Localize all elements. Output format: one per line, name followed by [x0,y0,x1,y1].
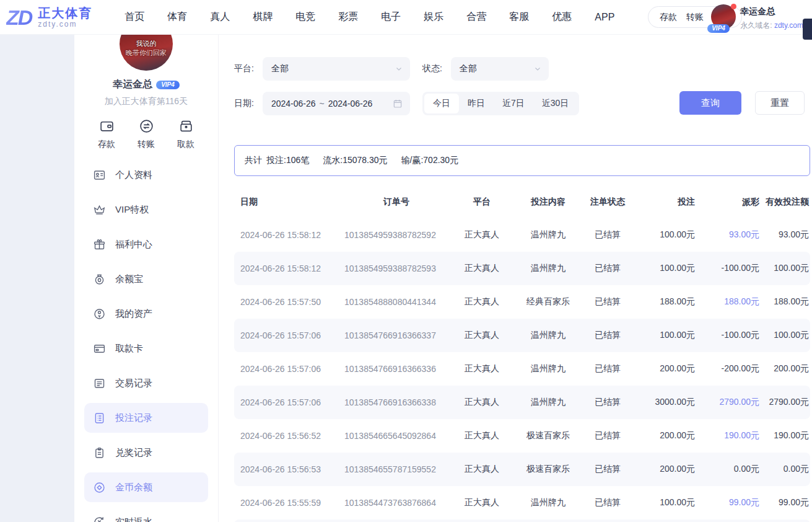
table-row[interactable]: 2024-06-26 15:57:06 1013854766916366338 … [234,386,810,419]
cell-bet: 200.00元 [634,352,695,386]
range-today[interactable]: 今日 [424,94,459,113]
nav-item-sports[interactable]: 体育 [167,11,187,24]
table-row[interactable]: 2024-06-26 15:58:12 1013854959388782593 … [234,252,810,285]
date-quick-ranges: 今日 昨日 近7日 近30日 [422,92,579,115]
domain-link[interactable]: zdty.com [774,21,803,30]
cell-payout: -200.00元 [695,352,759,386]
crown-icon [93,203,106,216]
table-row[interactable]: 2024-06-26 15:58:12 1013854959388782592 … [234,218,810,252]
calendar-icon [393,99,403,108]
cell-date: 2024-06-26 15:58:12 [234,252,344,285]
table-row[interactable]: 2024-06-26 15:56:52 1013854665645092864 … [234,419,810,453]
cell-content: 温州牌九 [515,319,581,352]
transfer-link[interactable]: 转账 [686,12,704,23]
cell-status: 已结算 [581,453,634,486]
withdraw-icon [178,118,194,136]
quick-action-withdraw[interactable]: 取款 [177,118,194,150]
cell-payout: 188.00元 [695,285,759,319]
nav-item-esports[interactable]: 电竞 [295,11,315,24]
cell-content: 温州牌九 [515,218,581,252]
permanent-domain: 永久域名: zdty.com [740,20,803,31]
cell-date: 2024-06-26 15:57:50 [234,285,344,319]
cell-content: 温州牌九 [515,386,581,419]
cell-date: 2024-06-26 15:58:12 [234,218,344,252]
profile-vip-badge[interactable]: VIP4 [156,81,180,89]
sidebar-item-assets[interactable]: 我的资产 [84,299,208,329]
cell-bet: 100.00元 [634,218,695,252]
cell-status: 已结算 [581,419,634,453]
table-row[interactable]: 2024-06-26 15:56:53 1013854655787159552 … [234,453,810,486]
sidebar-item-welfare[interactable]: 福利中心 [84,229,208,259]
main-nav: 首页 体育 真人 棋牌 电竞 彩票 电子 娱乐 合营 客服 优惠 APP [124,11,614,24]
sidebar-item-rebate[interactable]: 实时返水 [84,507,208,522]
status-select[interactable]: 全部 [451,57,549,81]
table-row[interactable]: 2024-06-26 15:55:59 1013854473763876864 … [234,486,810,520]
range-yesterday[interactable]: 昨日 [459,94,494,113]
brand-domain: zdty.com [38,20,92,29]
quick-action-deposit[interactable]: 存款 [98,118,115,150]
col-order: 订单号 [344,186,448,218]
coin-diamond-icon [93,481,106,494]
nav-item-service[interactable]: 客服 [509,11,529,24]
sidebar-item-profile[interactable]: 个人资料 [84,160,208,190]
cell-valid: 2790.00元 [759,386,810,419]
avatar-caption-1: 我说的 [136,39,157,48]
brand-logo-mark: ZD [6,7,33,28]
bank-card-icon [93,342,106,355]
nav-item-slots[interactable]: 电子 [381,11,401,24]
sidebar-item-redeem-records[interactable]: 兑奖记录 [84,438,208,467]
nav-item-board-games[interactable]: 棋牌 [253,11,273,24]
sidebar-item-transactions[interactable]: 交易记录 [84,368,208,398]
cell-valid: 100.00元 [759,319,810,352]
table-row[interactable]: 2024-06-26 15:57:06 1013854766916366336 … [234,352,810,386]
avatar[interactable]: VIP4 [711,4,736,29]
sidebar-item-coin-balance[interactable]: 金币余额 [84,472,208,502]
nav-item-promo[interactable]: 优惠 [552,11,572,24]
nav-item-home[interactable]: 首页 [124,11,144,24]
platform-select[interactable]: 全部 [263,57,410,81]
nav-item-live[interactable]: 真人 [210,11,230,24]
cell-platform: 正大真人 [448,218,515,252]
sidebar-item-yuebao[interactable]: 余额宝 [84,264,208,294]
sidebar-item-vip[interactable]: VIP特权 [84,195,208,224]
cell-bet: 200.00元 [634,453,695,486]
profile-card: 我说的 晚带你们回家 幸运金总 VIP4 加入正大体育第116天 存款 转账 [74,17,218,150]
summary-winloss: 输/赢:702.30元 [401,155,459,166]
sidebar-item-withdraw-card[interactable]: 取款卡 [84,334,208,363]
gift-icon [93,238,106,251]
transfer-icon [139,118,154,136]
cell-date: 2024-06-26 15:57:06 [234,319,344,352]
reset-button[interactable]: 重置 [755,91,805,115]
table-row[interactable]: 2024-06-26 15:57:06 1013854766916366337 … [234,319,810,352]
cell-date: 2024-06-26 15:56:52 [234,419,344,453]
nav-item-lottery[interactable]: 彩票 [338,11,358,24]
quick-action-transfer[interactable]: 转账 [138,118,155,150]
cell-order: 1013854888080441344 [344,285,448,319]
range-7days[interactable]: 近7日 [494,94,533,113]
filter-row-1: 平台: 全部 状态: 全部 [234,57,812,81]
brand-logo[interactable]: ZD 正大体育 zdty.com [6,6,92,29]
floating-widget[interactable] [803,19,812,40]
records-table: 日期 订单号 平台 投注内容 注单状态 投注 派彩 有效投注额 2024-06-… [234,186,810,522]
cell-valid: 0.00元 [759,453,810,486]
cell-platform: 正大真人 [448,386,515,419]
col-content: 投注内容 [515,186,581,218]
table-row[interactable]: 2024-06-26 15:57:50 1013854888080441344 … [234,285,810,319]
deposit-link[interactable]: 存款 [660,12,677,23]
range-30days[interactable]: 近30日 [533,94,578,113]
sidebar-item-bet-records[interactable]: 投注记录 [84,403,208,433]
bet-list-icon [93,412,106,425]
cell-platform: 正大真人 [448,486,515,520]
cell-platform: 正大真人 [448,252,515,285]
cell-status: 已结算 [581,218,634,252]
nav-item-app[interactable]: APP [595,12,614,23]
cell-payout: 190.00元 [695,419,759,453]
date-range-input[interactable]: 2024-06-26 ~ 2024-06-26 [263,92,410,115]
nav-item-partnership[interactable]: 合营 [466,11,486,24]
cell-bet: 188.00元 [634,285,695,319]
user-menu[interactable]: VIP4 幸运金总 永久域名: zdty.com [711,4,803,31]
search-button[interactable]: 查询 [679,91,741,115]
table-row-partial [234,520,810,522]
nav-item-entertainment[interactable]: 娱乐 [424,11,443,24]
cell-status: 已结算 [581,352,634,386]
